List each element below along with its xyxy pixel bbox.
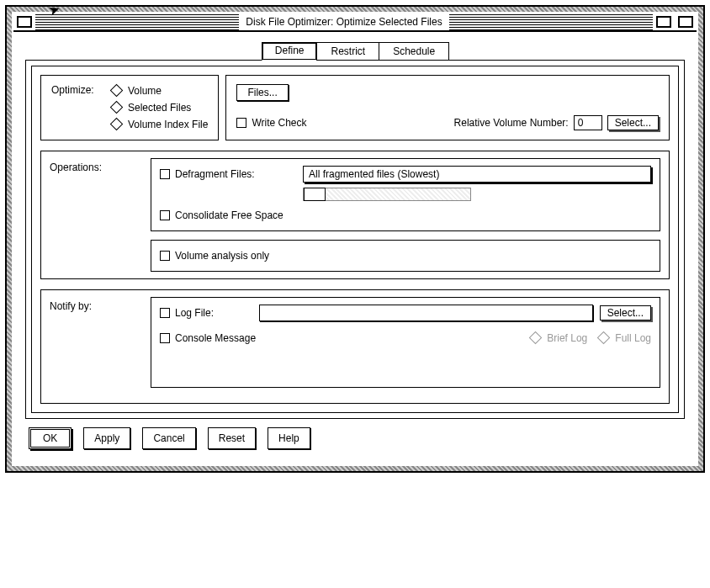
rel-vol-select-button[interactable]: Select... [607, 115, 659, 130]
radio-volume-index[interactable]: Volume Index File [112, 119, 208, 130]
console-label: Console Message [175, 332, 256, 344]
apply-button[interactable]: Apply [83, 427, 130, 449]
radio-volume[interactable]: Volume [112, 85, 208, 97]
checkbox-icon [160, 210, 170, 220]
defragment-mode-dropdown[interactable]: All fragmented files (Slowest) [303, 166, 651, 183]
analysis-check[interactable]: Volume analysis only [160, 250, 651, 262]
tab-panel: Optimize: Volume Selected Files [31, 66, 679, 413]
diamond-icon [597, 331, 611, 344]
tab-restrict[interactable]: Restrict [316, 42, 379, 61]
rel-vol-label: Relative Volume Number: [454, 117, 569, 129]
window-frame: ➤ Disk File Optimizer: Optimize Selected… [5, 5, 705, 473]
checkbox-icon [160, 308, 170, 318]
diamond-icon [110, 117, 124, 130]
window-maximize-icon[interactable] [678, 16, 693, 28]
checkbox-icon [160, 251, 170, 261]
tab-schedule[interactable]: Schedule [379, 42, 449, 61]
diamond-icon [529, 331, 543, 344]
consolidate-check[interactable]: Consolidate Free Space [160, 209, 651, 221]
diamond-icon [110, 83, 124, 97]
consolidate-label: Consolidate Free Space [175, 209, 283, 221]
checkbox-icon [160, 169, 170, 179]
window-title: Disk File Optimizer: Optimize Selected F… [239, 16, 448, 28]
analysis-label: Volume analysis only [175, 250, 269, 262]
optimize-group: Optimize: Volume Selected Files [40, 75, 219, 140]
radio-selected-files[interactable]: Selected Files [112, 102, 208, 114]
slider-thumb-icon[interactable] [304, 188, 326, 201]
checkbox-icon [236, 118, 246, 128]
console-check[interactable]: Console Message [160, 332, 256, 344]
logfile-label: Log File: [175, 307, 214, 319]
cancel-button[interactable]: Cancel [142, 427, 195, 449]
reset-button[interactable]: Reset [208, 427, 256, 449]
dialog-button-row: OK Apply Cancel Reset Help [25, 419, 685, 453]
titlebar: Disk File Optimizer: Optimize Selected F… [13, 13, 697, 32]
tab-panel-outer: Optimize: Volume Selected Files [25, 60, 685, 419]
radio-index-label: Volume Index File [128, 119, 208, 130]
radio-volume-label: Volume [128, 85, 162, 97]
operations-group: Operations: Defragment Files: [40, 151, 670, 279]
optimize-right-group: Files... Write Check Relative Volume Num… [225, 75, 670, 140]
defragment-check[interactable]: Defragment Files: [160, 168, 294, 180]
files-button[interactable]: Files... [236, 84, 288, 101]
notify-label: Notify by: [50, 297, 151, 312]
optimize-label: Optimize: [51, 82, 112, 133]
defragment-mode-value: All fragmented files (Slowest) [309, 168, 439, 180]
write-check-label: Write Check [252, 117, 306, 129]
tab-strip: Define Restrict Schedule [25, 42, 685, 61]
tab-define[interactable]: Define [262, 42, 318, 61]
help-button[interactable]: Help [268, 427, 310, 449]
analysis-subgroup: Volume analysis only [151, 240, 660, 272]
radio-selected-label: Selected Files [128, 102, 191, 114]
diamond-icon [110, 100, 124, 114]
logfile-select-button[interactable]: Select... [600, 305, 651, 320]
full-log-label: Full Log [615, 332, 651, 344]
window-minimize-icon[interactable] [656, 16, 671, 28]
notify-group: Notify by: Log File: [40, 289, 670, 404]
notify-subgroup: Log File: Select... Console Messag [151, 297, 660, 388]
rel-vol-input[interactable] [574, 115, 602, 130]
defragment-slider[interactable] [303, 188, 471, 201]
operations-label: Operations: [50, 158, 151, 173]
brief-log-radio: Brief Log [531, 332, 587, 344]
logfile-check[interactable]: Log File: [160, 307, 252, 319]
defragment-label: Defragment Files: [175, 168, 255, 180]
operations-subgroup: Defragment Files: All fragmented files (… [151, 158, 660, 231]
write-check[interactable]: Write Check [236, 117, 306, 129]
logfile-input[interactable] [259, 305, 593, 321]
ok-button[interactable]: OK [29, 427, 72, 449]
brief-log-label: Brief Log [547, 332, 587, 344]
full-log-radio: Full Log [599, 332, 651, 344]
checkbox-icon [160, 333, 170, 343]
window-menu-icon[interactable] [17, 16, 32, 28]
